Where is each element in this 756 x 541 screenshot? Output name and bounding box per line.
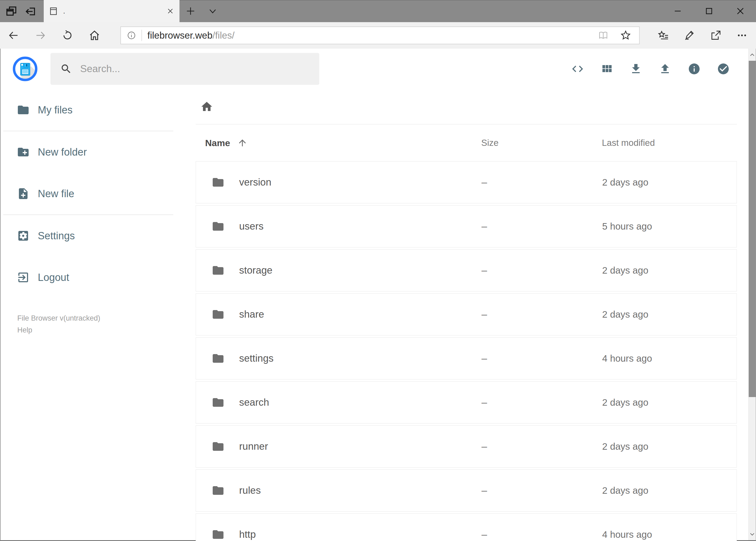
tab-title: .: [63, 7, 65, 15]
file-size: –: [481, 265, 602, 276]
sidebar-item-logout[interactable]: Logout: [1, 257, 179, 298]
folder-icon: [212, 440, 225, 453]
sidebar-item-label: New file: [38, 188, 74, 200]
file-size: –: [481, 397, 602, 408]
window-controls: [662, 0, 756, 22]
listing-rows: version – 2 days ago users – 5 hours ago…: [196, 161, 737, 541]
new-folder-icon: [17, 146, 30, 159]
table-row[interactable]: http – 4 hours ago: [196, 513, 737, 541]
file-modified: 4 hours ago: [602, 353, 737, 364]
info-icon[interactable]: [680, 51, 709, 86]
table-row[interactable]: users – 5 hours ago: [196, 205, 737, 248]
add-favorite-star-icon[interactable]: [620, 30, 631, 41]
home-button[interactable]: [81, 22, 108, 49]
help-link[interactable]: Help: [17, 324, 32, 336]
file-name: users: [239, 221, 263, 232]
sidebar-item-label: Logout: [38, 272, 69, 283]
breadcrumb: [196, 89, 737, 124]
table-row[interactable]: runner – 2 days ago: [196, 425, 737, 467]
sidebar: My files New folder New file Sett: [1, 89, 179, 541]
file-modified: 2 days ago: [602, 309, 737, 320]
folder-icon: [212, 528, 225, 541]
header-actions: [563, 51, 738, 86]
file-modified: 2 days ago: [602, 485, 737, 496]
web-note-pen-icon[interactable]: [676, 22, 702, 49]
scroll-up-icon[interactable]: [749, 49, 756, 61]
browser-tab[interactable]: .: [44, 0, 179, 22]
file-size: –: [481, 309, 602, 320]
sidebar-item-label: New folder: [38, 146, 87, 158]
search-input[interactable]: [80, 63, 302, 75]
tab-close-icon[interactable]: [166, 7, 174, 15]
hub-favorites-icon[interactable]: [650, 22, 676, 49]
download-icon[interactable]: [621, 51, 650, 86]
sidebar-item-label: Settings: [38, 230, 75, 242]
folder-icon: [212, 264, 225, 277]
page-scrollbar[interactable]: [748, 49, 756, 540]
folder-icon: [212, 308, 225, 321]
tab-page-icon: [49, 7, 58, 15]
file-size: –: [481, 529, 602, 540]
file-name: settings: [239, 353, 274, 364]
search-box[interactable]: [51, 53, 319, 85]
sidebar-item-new-folder[interactable]: New folder: [1, 131, 179, 173]
scroll-down-icon[interactable]: [749, 528, 756, 540]
file-name: http: [239, 529, 256, 540]
tab-preview-icon[interactable]: [2, 0, 21, 22]
table-row[interactable]: version – 2 days ago: [196, 161, 737, 204]
address-bar[interactable]: filebrowser.web/files/: [121, 26, 640, 44]
table-row[interactable]: share – 2 days ago: [196, 293, 737, 335]
back-button[interactable]: [0, 22, 27, 49]
file-name: runner: [239, 441, 268, 452]
upload-icon[interactable]: [650, 51, 680, 86]
app-header: [1, 49, 756, 89]
column-header-name[interactable]: Name: [205, 138, 230, 148]
folder-icon: [212, 396, 225, 409]
sort-ascending-icon[interactable]: [237, 138, 247, 148]
new-tab-button[interactable]: [179, 0, 202, 22]
table-row[interactable]: search – 2 days ago: [196, 381, 737, 423]
refresh-button[interactable]: [54, 22, 81, 49]
set-tabs-aside-icon[interactable]: [21, 0, 41, 22]
listing-header: Name Size Last modified: [196, 125, 737, 161]
file-listing: Name Size Last modified version – 2 days…: [179, 89, 756, 541]
folder-icon: [212, 484, 225, 497]
close-window-button[interactable]: [725, 0, 756, 22]
maximize-button[interactable]: [693, 0, 725, 22]
file-name: version: [239, 177, 271, 188]
file-name: search: [239, 397, 269, 408]
forward-button[interactable]: [27, 22, 54, 49]
sidebar-item-my-files[interactable]: My files: [1, 89, 179, 131]
more-options-icon[interactable]: [729, 22, 755, 49]
new-file-icon: [17, 187, 30, 200]
sidebar-item-label: My files: [38, 104, 73, 116]
table-row[interactable]: settings – 4 hours ago: [196, 337, 737, 379]
tab-list-dropdown-icon[interactable]: [202, 0, 224, 22]
search-icon: [60, 63, 72, 75]
file-name: share: [239, 309, 264, 320]
browser-titlebar: .: [0, 0, 756, 22]
settings-gear-icon: [17, 229, 30, 242]
sidebar-item-settings[interactable]: Settings: [1, 215, 179, 257]
file-size: –: [481, 221, 602, 232]
file-modified: 2 days ago: [602, 397, 737, 408]
breadcrumb-home-icon[interactable]: [200, 100, 213, 113]
folder-icon: [212, 220, 225, 233]
site-info-icon[interactable]: [127, 31, 136, 40]
reading-view-icon[interactable]: [598, 30, 609, 41]
minimize-button[interactable]: [662, 0, 693, 22]
raw-view-code-icon[interactable]: [563, 51, 592, 86]
filebrowser-logo[interactable]: [12, 56, 38, 82]
column-header-size[interactable]: Size: [481, 138, 602, 148]
table-row[interactable]: storage – 2 days ago: [196, 249, 737, 291]
filebrowser-app: My files New folder New file Sett: [0, 49, 756, 541]
column-header-modified[interactable]: Last modified: [602, 138, 737, 148]
share-icon[interactable]: [702, 22, 729, 49]
sidebar-item-new-file[interactable]: New file: [1, 173, 179, 215]
table-row[interactable]: rules – 2 days ago: [196, 469, 737, 512]
grid-view-icon[interactable]: [592, 51, 621, 86]
scrollbar-thumb[interactable]: [749, 61, 756, 397]
select-check-icon[interactable]: [709, 51, 738, 86]
file-modified: 4 hours ago: [602, 529, 737, 540]
navbar-right-tools: [650, 22, 755, 49]
